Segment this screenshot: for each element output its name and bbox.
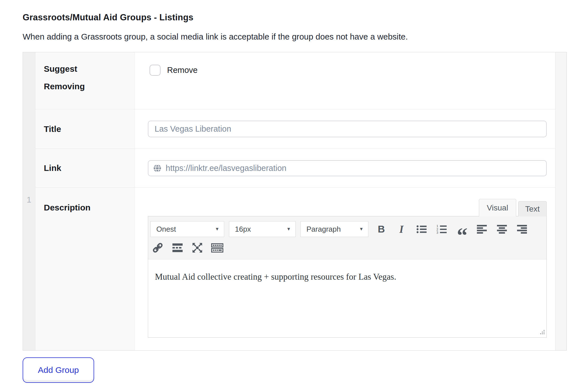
font-family-value: Onest xyxy=(156,225,176,234)
paragraph-format-value: Paragraph xyxy=(306,225,341,234)
field-row-description: Description Visual Text Onest xyxy=(35,187,555,350)
link-icon xyxy=(152,242,164,254)
editor-tabs: Visual Text xyxy=(148,199,547,216)
page: Grassroots/Mutual Aid Groups - Listings … xyxy=(0,0,588,383)
link-value-cell xyxy=(135,149,555,187)
align-center-icon xyxy=(497,225,507,234)
keyboard-icon xyxy=(211,243,223,253)
align-center-button[interactable] xyxy=(494,221,510,237)
page-description: When adding a Grassroots group, a social… xyxy=(23,32,588,42)
editor-resize-handle[interactable] xyxy=(540,329,545,336)
suggest-removing-value-cell: Remove xyxy=(135,52,555,109)
field-row-suggest-removing: Suggest Removing Remove xyxy=(35,52,555,109)
row-number: 1 xyxy=(23,195,35,205)
align-right-icon xyxy=(517,225,527,234)
link-input-shell xyxy=(148,160,547,176)
description-text: Mutual Aid collective creating + support… xyxy=(155,271,540,283)
align-left-icon xyxy=(477,225,487,234)
link-label-cell: Link xyxy=(35,149,135,187)
toolbar-row-1: Onest ▼ 16px ▼ Paragraph xyxy=(150,221,544,237)
globe-icon xyxy=(153,164,162,173)
numbered-list-button[interactable]: 1 2 3 xyxy=(433,221,450,237)
row-order-handle[interactable]: 1 xyxy=(23,52,35,350)
add-group-button[interactable]: Add Group xyxy=(23,357,94,383)
tab-visual[interactable]: Visual xyxy=(479,199,516,216)
chevron-down-icon: ▼ xyxy=(359,227,364,232)
tab-text[interactable]: Text xyxy=(518,201,547,216)
editor-box: Onest ▼ 16px ▼ Paragraph xyxy=(148,216,547,338)
numbered-list-icon: 1 2 3 xyxy=(436,225,447,234)
wysiwyg-editor: Visual Text Onest ▼ xyxy=(148,199,547,338)
bulleted-list-icon xyxy=(416,225,427,234)
listings-repeater-table: 1 Suggest Removing Remove Title xyxy=(23,52,567,351)
title-label-cell: Title xyxy=(35,109,135,149)
font-size-value: 16px xyxy=(235,225,251,234)
bulleted-list-button[interactable] xyxy=(413,221,430,237)
field-row-link: Link xyxy=(35,149,555,187)
row-fields: Suggest Removing Remove Title Li xyxy=(35,52,555,350)
description-label: Description xyxy=(44,199,103,216)
italic-icon: I xyxy=(399,223,403,235)
svg-text:2: 2 xyxy=(436,228,438,231)
description-value-cell: Visual Text Onest ▼ xyxy=(135,188,555,350)
remove-checkbox[interactable] xyxy=(150,65,161,76)
chevron-down-icon: ▼ xyxy=(215,227,219,232)
editor-toolbar: Onest ▼ 16px ▼ Paragraph xyxy=(148,216,546,259)
link-label: Link xyxy=(44,159,61,177)
chevron-down-icon: ▼ xyxy=(286,227,291,232)
toolbar-row-2 xyxy=(150,241,544,255)
blockquote-button[interactable]: “ xyxy=(453,221,470,237)
suggest-removing-label-cell: Suggest Removing xyxy=(35,52,135,109)
svg-text:1: 1 xyxy=(436,225,438,228)
font-family-select[interactable]: Onest ▼ xyxy=(150,221,224,237)
table-right-gutter xyxy=(555,52,567,350)
page-title: Grassroots/Mutual Aid Groups - Listings xyxy=(23,12,588,23)
link-input[interactable] xyxy=(166,161,542,176)
toolbar-toggle-button[interactable] xyxy=(210,241,224,255)
paragraph-format-select[interactable]: Paragraph ▼ xyxy=(301,221,368,237)
resize-grip-icon xyxy=(540,329,545,335)
title-input[interactable] xyxy=(148,121,547,137)
description-label-cell: Description xyxy=(35,188,135,350)
font-size-select[interactable]: 16px ▼ xyxy=(229,221,296,237)
title-value-cell xyxy=(135,109,555,149)
read-more-icon xyxy=(172,243,183,252)
italic-button[interactable]: I xyxy=(393,221,410,237)
read-more-button[interactable] xyxy=(170,241,185,255)
remove-checkbox-label: Remove xyxy=(167,66,198,75)
insert-link-button[interactable] xyxy=(150,241,165,255)
suggest-removing-label: Suggest Removing xyxy=(44,60,103,95)
title-label: Title xyxy=(44,120,61,138)
bold-button[interactable]: B xyxy=(373,221,390,237)
align-left-button[interactable] xyxy=(474,221,490,237)
fullscreen-icon xyxy=(192,242,203,253)
bold-icon: B xyxy=(378,223,385,235)
description-editor-content[interactable]: Mutual Aid collective creating + support… xyxy=(148,259,546,337)
svg-text:3: 3 xyxy=(436,231,438,234)
fullscreen-button[interactable] xyxy=(190,241,205,255)
align-right-button[interactable] xyxy=(514,221,530,237)
field-row-title: Title xyxy=(35,109,555,149)
